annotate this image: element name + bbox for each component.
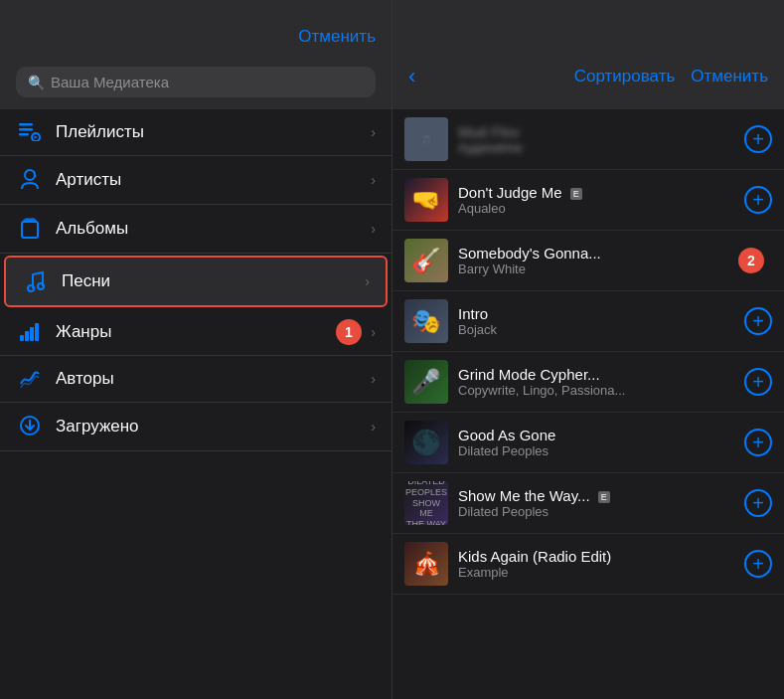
song-info-4: Intro Bojack — [458, 305, 744, 337]
song-title-8: Kids Again (Radio Edit) — [458, 548, 744, 565]
add-song-2-button[interactable]: + — [744, 186, 772, 214]
authors-icon — [16, 370, 44, 388]
right-cancel-button[interactable]: Отменить — [691, 67, 768, 87]
song-item-3: 🎸 Somebody's Gonna... Barry White + 2 — [392, 231, 784, 291]
song-cover-2: 🤜 — [404, 178, 448, 222]
sort-button[interactable]: Сортировать — [574, 67, 676, 87]
svg-rect-2 — [19, 133, 29, 136]
search-bar[interactable]: 🔍 Ваша Медиатека — [16, 67, 376, 97]
songs-label: Песни — [62, 271, 365, 291]
song-item-6: 🌑 Good As Gone Dilated Peoples + — [392, 413, 784, 473]
sidebar-item-albums[interactable]: Альбомы › — [0, 205, 392, 254]
right-header-row: ‹ Сортировать Отменить — [408, 64, 768, 89]
song-artist-2: Aqualeo — [458, 201, 744, 216]
song-cover-5: 🎤 — [404, 360, 448, 404]
downloaded-icon — [16, 416, 44, 437]
back-button[interactable]: ‹ — [408, 64, 415, 89]
add-song-8-button[interactable]: + — [744, 550, 772, 578]
song-info-6: Good As Gone Dilated Peoples — [458, 427, 744, 458]
song-item-1: 🎵 Mud Flov Аудиоdrive + — [392, 109, 784, 170]
svg-rect-14 — [30, 327, 34, 341]
song-3-badge: 2 — [738, 248, 764, 273]
song-artist-3: Barry White — [458, 262, 736, 276]
add-song-4-button[interactable]: + — [744, 307, 772, 335]
svg-rect-1 — [19, 128, 33, 131]
playlists-chevron: › — [371, 124, 376, 140]
nav-list: Плейлисты › Артисты › — [0, 109, 392, 699]
svg-marker-4 — [35, 136, 39, 139]
genres-icon — [16, 323, 44, 341]
song-info-1: Mud Flov Аудиоdrive — [458, 123, 744, 155]
song-cover-3: 🎸 — [404, 239, 448, 282]
song-artist-6: Dilated Peoples — [458, 443, 744, 458]
svg-rect-9 — [26, 218, 34, 220]
left-header: Отменить 🔍 Ваша Медиатека — [0, 0, 392, 109]
right-panel: ‹ Сортировать Отменить 🎵 Mud Flov Аудиоd… — [392, 0, 784, 699]
song-item-4: 🎭 Intro Bojack + — [392, 291, 784, 352]
playlists-icon — [16, 123, 44, 141]
svg-rect-0 — [19, 123, 33, 126]
add-song-5-button[interactable]: + — [744, 368, 772, 396]
authors-label: Авторы — [56, 369, 371, 389]
add-song-1-button[interactable]: + — [744, 125, 772, 153]
genres-chevron: › — [371, 324, 376, 340]
left-panel: Отменить 🔍 Ваша Медиатека Плейлисты › — [0, 0, 392, 699]
sidebar-item-playlists[interactable]: Плейлисты › — [0, 109, 392, 156]
svg-rect-7 — [22, 222, 38, 238]
artists-icon — [16, 169, 44, 191]
search-placeholder-text: Ваша Медиатека — [51, 74, 169, 90]
playlists-label: Плейлисты — [56, 122, 371, 142]
song-title-1: Mud Flov — [458, 123, 744, 140]
song-artist-8: Example — [458, 565, 744, 580]
svg-rect-12 — [20, 335, 24, 341]
song-title-4: Intro — [458, 305, 744, 322]
song-info-7: Show Me the Way... E Dilated Peoples — [458, 487, 744, 519]
song-info-3: Somebody's Gonna... Barry White — [458, 245, 736, 276]
genres-label: Жанры — [56, 322, 341, 342]
song-cover-6: 🌑 — [404, 421, 448, 464]
svg-rect-13 — [25, 331, 29, 341]
song-item-2: 🤜 Don't Judge Me E Aqualeo + — [392, 170, 784, 231]
song-artist-7: Dilated Peoples — [458, 504, 744, 519]
right-header-actions: Сортировать Отменить — [574, 67, 768, 87]
artists-label: Артисты — [56, 170, 371, 190]
genres-badge: 1 — [336, 319, 362, 345]
songs-icon — [22, 270, 50, 292]
song-title-2: Don't Judge Me E — [458, 184, 744, 201]
songs-chevron: › — [365, 273, 370, 289]
svg-point-10 — [28, 285, 34, 291]
song-item-7: DILATED PEOPLESSHOW METHE WAY Show Me th… — [392, 473, 784, 534]
albums-label: Альбомы — [56, 219, 371, 239]
albums-icon — [16, 218, 44, 240]
song-info-8: Kids Again (Radio Edit) Example — [458, 548, 744, 580]
sidebar-item-songs[interactable]: Песни › — [4, 256, 388, 307]
sidebar-item-artists[interactable]: Артисты › — [0, 156, 392, 205]
search-icon: 🔍 — [28, 75, 45, 90]
song-artist-1: Аудиоdrive — [458, 140, 744, 155]
song-list: 🎵 Mud Flov Аудиоdrive + 🤜 Don't Judge Me… — [392, 109, 784, 699]
sidebar-item-genres[interactable]: Жанры 1 › — [0, 309, 392, 356]
svg-rect-15 — [35, 323, 39, 341]
song-title-3: Somebody's Gonna... — [458, 245, 736, 262]
song-artist-4: Bojack — [458, 322, 744, 337]
song-cover-1: 🎵 — [404, 117, 448, 161]
add-song-7-button[interactable]: + — [744, 489, 772, 517]
svg-point-11 — [38, 283, 44, 289]
downloaded-label: Загружено — [56, 417, 371, 437]
song-cover-4: 🎭 — [404, 299, 448, 343]
song-title-7: Show Me the Way... E — [458, 487, 744, 504]
song-artist-5: Copywrite, Lingo, Passiona... — [458, 383, 744, 398]
add-song-6-button[interactable]: + — [744, 429, 772, 456]
downloaded-chevron: › — [371, 419, 376, 435]
song-cover-8: 🎪 — [404, 542, 448, 586]
left-cancel-button[interactable]: Отменить — [298, 27, 376, 47]
song-item-8: 🎪 Kids Again (Radio Edit) Example + — [392, 534, 784, 595]
song-info-2: Don't Judge Me E Aqualeo — [458, 184, 744, 216]
authors-chevron: › — [371, 371, 376, 387]
sidebar-item-downloaded[interactable]: Загружено › — [0, 403, 392, 451]
song-title-5: Grind Mode Cypher... — [458, 366, 744, 383]
artists-chevron: › — [371, 172, 376, 188]
sidebar-item-authors[interactable]: Авторы › — [0, 356, 392, 403]
right-header: ‹ Сортировать Отменить — [392, 0, 784, 109]
song-info-5: Grind Mode Cypher... Copywrite, Lingo, P… — [458, 366, 744, 398]
